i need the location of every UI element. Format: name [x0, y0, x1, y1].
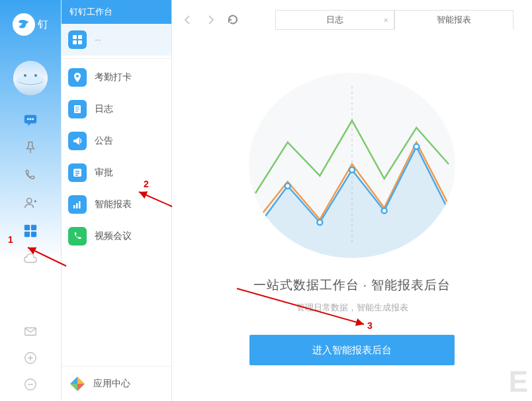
panel-item-label: 视频会议 [95, 230, 132, 242]
svg-point-6 [30, 118, 32, 120]
svg-rect-33 [75, 173, 79, 174]
app-center[interactable]: 应用中心 [62, 366, 171, 401]
panel-item-approval[interactable]: 审批 [62, 157, 171, 189]
toolbar: 日志 × 智能报表 [172, 0, 532, 40]
svg-rect-34 [75, 175, 78, 176]
enter-smartreport-button[interactable]: 进入智能报表后台 [249, 335, 455, 365]
svg-rect-37 [79, 201, 81, 208]
svg-point-40 [285, 183, 290, 189]
panel-item-log[interactable]: 日志 [62, 93, 171, 125]
svg-point-3 [34, 74, 37, 77]
svg-point-9 [27, 199, 32, 203]
workbench-icon[interactable] [23, 224, 38, 238]
close-icon[interactable]: × [383, 15, 388, 25]
svg-rect-22 [73, 35, 77, 39]
panel-item-video[interactable]: 视频会议 [62, 220, 171, 252]
add-icon[interactable] [23, 351, 38, 365]
refresh-icon[interactable] [226, 13, 240, 26]
mail-icon[interactable] [23, 324, 38, 339]
chart-icon [68, 195, 87, 214]
phone-solid-icon [68, 227, 87, 245]
cloud-icon[interactable] [23, 251, 38, 266]
hero-subtitle: 管理日常数据，智能生成报表 [296, 302, 408, 314]
messages-icon[interactable] [23, 112, 38, 127]
panel: 钉钉工作台 -- 考勤打卡 日志 公告 审批 [61, 0, 172, 401]
svg-point-43 [382, 208, 387, 213]
main: 日志 × 智能报表 一站式数据工作台 · 智能报表后台 管理日常数据，智能生成报… [172, 0, 532, 401]
grid-small-icon [68, 30, 87, 49]
svg-point-44 [414, 144, 419, 150]
panel-item-label: 智能报表 [95, 199, 132, 210]
svg-rect-12 [24, 225, 30, 230]
svg-point-2 [24, 74, 26, 77]
svg-rect-15 [31, 232, 36, 237]
note-icon [68, 100, 87, 118]
checklist-icon [68, 163, 87, 182]
panel-item-smartreport[interactable]: 智能报表 [62, 189, 171, 220]
hero-title: 一站式数据工作台 · 智能报表后台 [253, 277, 451, 294]
svg-rect-14 [24, 232, 30, 237]
tabs: 日志 × 智能报表 [275, 10, 513, 30]
svg-point-42 [349, 167, 355, 173]
bullhorn-icon [68, 132, 87, 150]
phone-icon[interactable] [23, 168, 38, 183]
svg-point-26 [76, 75, 79, 77]
app-center-icon [68, 375, 87, 393]
svg-rect-23 [78, 35, 82, 39]
tab-smartreport[interactable]: 智能报表 [394, 10, 513, 30]
panel-title: 钉钉工作台 [62, 0, 171, 24]
brand: 钉 [13, 13, 48, 36]
svg-rect-35 [73, 205, 75, 208]
contacts-icon[interactable] [23, 196, 38, 210]
rail-items [0, 112, 61, 266]
svg-point-5 [27, 118, 29, 120]
tab-log[interactable]: 日志 × [275, 10, 394, 30]
svg-rect-36 [76, 203, 78, 208]
svg-rect-32 [75, 171, 79, 172]
svg-point-39 [253, 227, 258, 232]
hero-chart-illustration [249, 73, 455, 258]
panel-item-label: 公告 [95, 135, 113, 147]
svg-point-41 [317, 220, 322, 225]
brand-logo-icon [13, 13, 35, 36]
panel-item-label: 考勤打卡 [95, 71, 132, 83]
back-icon[interactable] [181, 13, 195, 26]
watermark: E [509, 365, 528, 398]
panel-item-attendance[interactable]: 考勤打卡 [62, 62, 171, 93]
rail-bottom [23, 324, 38, 392]
svg-rect-24 [73, 40, 77, 44]
svg-rect-16 [25, 328, 36, 335]
pin-location-icon [68, 68, 87, 87]
panel-row-workspace[interactable]: -- [62, 24, 171, 56]
panel-item-label: 审批 [95, 167, 113, 179]
svg-point-45 [446, 208, 451, 213]
panel-row-label: -- [95, 34, 101, 45]
tab-label: 日志 [326, 14, 343, 26]
brand-text: 钉 [38, 18, 48, 32]
svg-point-7 [32, 118, 34, 120]
panel-item-announce[interactable]: 公告 [62, 125, 171, 157]
minus-icon[interactable] [23, 377, 38, 392]
hero: 一站式数据工作台 · 智能报表后台 管理日常数据，智能生成报表 进入智能报表后台 [172, 40, 532, 401]
tab-label: 智能报表 [437, 14, 471, 26]
panel-item-label: 日志 [95, 103, 113, 115]
pin-icon[interactable] [23, 140, 38, 155]
svg-rect-13 [31, 225, 36, 230]
avatar[interactable] [13, 61, 48, 95]
forward-icon[interactable] [204, 13, 217, 26]
app-center-label: 应用中心 [93, 378, 130, 390]
svg-rect-25 [78, 40, 82, 44]
left-rail: 钉 [0, 0, 61, 401]
